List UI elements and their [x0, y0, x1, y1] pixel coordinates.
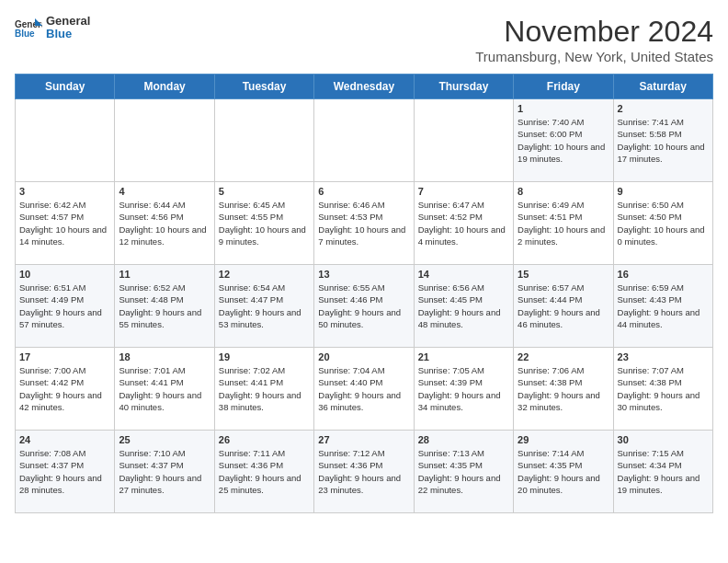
calendar-cell: 30Sunrise: 7:15 AM Sunset: 4:34 PM Dayli…: [613, 431, 712, 513]
weekday-header-sunday: Sunday: [16, 75, 115, 99]
day-info: Sunrise: 6:47 AM Sunset: 4:52 PM Dayligh…: [418, 199, 509, 247]
day-info: Sunrise: 7:13 AM Sunset: 4:35 PM Dayligh…: [418, 447, 509, 496]
day-info: Sunrise: 7:12 AM Sunset: 4:36 PM Dayligh…: [318, 447, 409, 496]
day-number: 20: [318, 351, 409, 362]
title-area: November 2024 Trumansburg, New York, Uni…: [475, 15, 713, 64]
day-number: 1: [518, 103, 609, 114]
weekday-header-friday: Friday: [514, 75, 613, 99]
month-title: November 2024: [475, 15, 713, 49]
day-info: Sunrise: 7:07 AM Sunset: 4:38 PM Dayligh…: [618, 364, 709, 413]
day-number: 30: [618, 434, 709, 445]
calendar-cell: 15Sunrise: 6:57 AM Sunset: 4:44 PM Dayli…: [514, 265, 613, 348]
calendar-cell: 7Sunrise: 6:47 AM Sunset: 4:52 PM Daylig…: [414, 182, 513, 265]
calendar-cell: 25Sunrise: 7:10 AM Sunset: 4:37 PM Dayli…: [115, 431, 214, 513]
calendar-cell: 18Sunrise: 7:01 AM Sunset: 4:41 PM Dayli…: [115, 348, 214, 431]
calendar-cell: 23Sunrise: 7:07 AM Sunset: 4:38 PM Dayli…: [613, 348, 712, 431]
calendar-week-row: 10Sunrise: 6:51 AM Sunset: 4:49 PM Dayli…: [16, 265, 713, 348]
logo-general-text: General: [46, 15, 90, 28]
day-number: 28: [418, 434, 509, 445]
day-number: 13: [318, 269, 409, 280]
day-info: Sunrise: 6:50 AM Sunset: 4:50 PM Dayligh…: [618, 199, 709, 247]
day-info: Sunrise: 7:05 AM Sunset: 4:39 PM Dayligh…: [418, 364, 509, 413]
day-number: 4: [119, 186, 210, 197]
day-info: Sunrise: 7:10 AM Sunset: 4:37 PM Dayligh…: [119, 447, 210, 496]
day-info: Sunrise: 6:59 AM Sunset: 4:43 PM Dayligh…: [618, 282, 709, 330]
calendar-cell: 9Sunrise: 6:50 AM Sunset: 4:50 PM Daylig…: [613, 182, 712, 265]
day-number: 29: [518, 434, 609, 445]
day-info: Sunrise: 6:44 AM Sunset: 4:56 PM Dayligh…: [119, 199, 210, 247]
day-info: Sunrise: 7:00 AM Sunset: 4:42 PM Dayligh…: [19, 364, 110, 413]
weekday-header-saturday: Saturday: [613, 75, 712, 99]
calendar-cell: 26Sunrise: 7:11 AM Sunset: 4:36 PM Dayli…: [214, 431, 313, 513]
svg-text:Blue: Blue: [15, 29, 35, 39]
day-info: Sunrise: 7:14 AM Sunset: 4:35 PM Dayligh…: [518, 447, 609, 496]
calendar-cell: 3Sunrise: 6:42 AM Sunset: 4:57 PM Daylig…: [16, 182, 115, 265]
logo: General Blue General Blue: [15, 15, 90, 41]
calendar-cell: [214, 99, 313, 182]
day-info: Sunrise: 6:42 AM Sunset: 4:57 PM Dayligh…: [19, 199, 110, 247]
day-number: 8: [518, 186, 609, 197]
calendar-cell: 22Sunrise: 7:06 AM Sunset: 4:38 PM Dayli…: [514, 348, 613, 431]
day-number: 5: [219, 186, 310, 197]
calendar-cell: 28Sunrise: 7:13 AM Sunset: 4:35 PM Dayli…: [414, 431, 513, 513]
calendar-cell: 5Sunrise: 6:45 AM Sunset: 4:55 PM Daylig…: [214, 182, 313, 265]
day-info: Sunrise: 7:04 AM Sunset: 4:40 PM Dayligh…: [318, 364, 409, 413]
day-number: 21: [418, 351, 509, 362]
day-number: 14: [418, 269, 509, 280]
header: General Blue General Blue November 2024 …: [15, 15, 713, 64]
day-number: 22: [518, 351, 609, 362]
day-number: 12: [219, 269, 310, 280]
calendar-cell: 29Sunrise: 7:14 AM Sunset: 4:35 PM Dayli…: [514, 431, 613, 513]
logo-blue-text: Blue: [46, 28, 90, 40]
calendar-cell: 4Sunrise: 6:44 AM Sunset: 4:56 PM Daylig…: [115, 182, 214, 265]
calendar-table: SundayMondayTuesdayWednesdayThursdayFrid…: [15, 74, 713, 513]
day-number: 24: [19, 434, 110, 445]
day-info: Sunrise: 6:46 AM Sunset: 4:53 PM Dayligh…: [318, 199, 409, 247]
day-number: 17: [19, 351, 110, 362]
day-info: Sunrise: 7:11 AM Sunset: 4:36 PM Dayligh…: [219, 447, 310, 496]
day-number: 6: [318, 186, 409, 197]
calendar-cell: 21Sunrise: 7:05 AM Sunset: 4:39 PM Dayli…: [414, 348, 513, 431]
day-info: Sunrise: 6:49 AM Sunset: 4:51 PM Dayligh…: [518, 199, 609, 247]
day-info: Sunrise: 7:08 AM Sunset: 4:37 PM Dayligh…: [19, 447, 110, 496]
weekday-header-tuesday: Tuesday: [214, 75, 313, 99]
day-info: Sunrise: 7:01 AM Sunset: 4:41 PM Dayligh…: [119, 364, 210, 413]
calendar-week-row: 1Sunrise: 7:40 AM Sunset: 6:00 PM Daylig…: [16, 99, 713, 182]
day-number: 23: [618, 351, 709, 362]
calendar-header: SundayMondayTuesdayWednesdayThursdayFrid…: [16, 75, 713, 99]
day-number: 27: [318, 434, 409, 445]
calendar-week-row: 3Sunrise: 6:42 AM Sunset: 4:57 PM Daylig…: [16, 182, 713, 265]
day-number: 15: [518, 269, 609, 280]
calendar-cell: 1Sunrise: 7:40 AM Sunset: 6:00 PM Daylig…: [514, 99, 613, 182]
calendar-cell: 16Sunrise: 6:59 AM Sunset: 4:43 PM Dayli…: [613, 265, 712, 348]
day-number: 10: [19, 269, 110, 280]
day-info: Sunrise: 6:55 AM Sunset: 4:46 PM Dayligh…: [318, 282, 409, 330]
calendar-cell: 14Sunrise: 6:56 AM Sunset: 4:45 PM Dayli…: [414, 265, 513, 348]
day-info: Sunrise: 6:54 AM Sunset: 4:47 PM Dayligh…: [219, 282, 310, 330]
weekday-header-monday: Monday: [115, 75, 214, 99]
day-number: 2: [618, 103, 709, 114]
day-info: Sunrise: 6:56 AM Sunset: 4:45 PM Dayligh…: [418, 282, 509, 330]
calendar-week-row: 24Sunrise: 7:08 AM Sunset: 4:37 PM Dayli…: [16, 431, 713, 513]
calendar-cell: 27Sunrise: 7:12 AM Sunset: 4:36 PM Dayli…: [314, 431, 414, 513]
calendar-cell: [414, 99, 513, 182]
calendar-cell: [16, 99, 115, 182]
day-info: Sunrise: 6:51 AM Sunset: 4:49 PM Dayligh…: [19, 282, 110, 330]
logo-icon: General Blue: [15, 17, 42, 39]
day-number: 11: [119, 269, 210, 280]
weekday-header-wednesday: Wednesday: [314, 75, 414, 99]
day-number: 18: [119, 351, 210, 362]
weekday-header-thursday: Thursday: [414, 75, 513, 99]
calendar-cell: 12Sunrise: 6:54 AM Sunset: 4:47 PM Dayli…: [214, 265, 313, 348]
calendar-week-row: 17Sunrise: 7:00 AM Sunset: 4:42 PM Dayli…: [16, 348, 713, 431]
calendar-cell: 19Sunrise: 7:02 AM Sunset: 4:41 PM Dayli…: [214, 348, 313, 431]
day-number: 3: [19, 186, 110, 197]
calendar-cell: 10Sunrise: 6:51 AM Sunset: 4:49 PM Dayli…: [16, 265, 115, 348]
day-info: Sunrise: 6:57 AM Sunset: 4:44 PM Dayligh…: [518, 282, 609, 330]
weekday-header-row: SundayMondayTuesdayWednesdayThursdayFrid…: [16, 75, 713, 99]
calendar-cell: 6Sunrise: 6:46 AM Sunset: 4:53 PM Daylig…: [314, 182, 414, 265]
day-number: 25: [119, 434, 210, 445]
day-info: Sunrise: 7:02 AM Sunset: 4:41 PM Dayligh…: [219, 364, 310, 413]
calendar-cell: 20Sunrise: 7:04 AM Sunset: 4:40 PM Dayli…: [314, 348, 414, 431]
day-info: Sunrise: 7:40 AM Sunset: 6:00 PM Dayligh…: [518, 116, 609, 165]
